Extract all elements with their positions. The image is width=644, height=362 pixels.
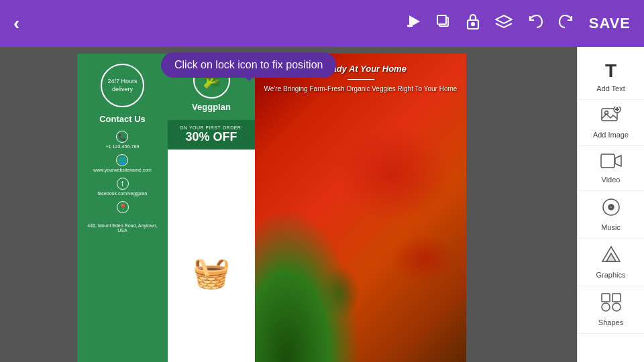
video-icon [600, 153, 622, 173]
svg-rect-20 [612, 294, 621, 302]
phone-icon: 📞 [116, 131, 128, 143]
sidebar-item-add-text[interactable]: T Add Text [578, 54, 644, 100]
svg-rect-1 [407, 25, 413, 27]
promo-percent: 30% OFF [171, 130, 252, 144]
add-text-label: Add Text [596, 84, 625, 93]
canvas-area[interactable]: Click on lock icon to fix position 24/7 … [0, 47, 577, 362]
left-panel: 24/7 Hours delivery Contact Us 📞 +1 123-… [77, 54, 168, 362]
facebook-icon: f [117, 178, 129, 190]
sidebar: T Add Text Add Image [577, 47, 644, 362]
sidebar-item-music[interactable]: Music [578, 191, 644, 239]
promo-box: ON YOUR FIRST ORDER: 30% OFF [168, 120, 255, 149]
add-image-icon [601, 107, 621, 128]
graphics-icon [601, 245, 621, 268]
facebook-row: f facebook.com/veggplan [98, 178, 148, 196]
svg-marker-6 [496, 15, 512, 23]
text-icon: T [605, 60, 616, 82]
music-label: Music [601, 223, 621, 231]
save-button[interactable]: SAVE [589, 15, 631, 32]
back-button[interactable]: ‹ [13, 13, 19, 34]
veggie-basket-icon: 🧺 [193, 255, 230, 290]
svg-point-22 [612, 303, 621, 311]
svg-point-21 [602, 303, 610, 311]
redo-icon[interactable] [558, 14, 574, 33]
flyer[interactable]: 24/7 Hours delivery Contact Us 📞 +1 123-… [77, 54, 466, 362]
tooltip: Click on lock icon to fix position [161, 52, 336, 78]
lock-icon[interactable] [466, 12, 480, 35]
svg-point-5 [472, 23, 474, 25]
header: ‹ [0, 0, 644, 47]
middle-panel: 🥦 Veggplan ON YOUR FIRST ORDER: 30% OFF … [168, 54, 255, 362]
layers-icon[interactable] [495, 14, 513, 33]
play-icon[interactable] [407, 14, 421, 33]
svg-marker-18 [606, 253, 616, 261]
svg-rect-3 [437, 15, 446, 24]
sidebar-item-add-image[interactable]: Add Image [578, 100, 644, 146]
sidebar-item-graphics[interactable]: Graphics [578, 239, 644, 286]
location-row: 📍 [117, 201, 129, 215]
right-panel: Already At Your Home We're Bringing Farm… [255, 54, 466, 362]
header-left: ‹ [13, 13, 19, 34]
video-label: Video [602, 176, 621, 184]
main-area: Click on lock icon to fix position 24/7 … [0, 47, 644, 362]
middle-bottom: 🧺 [189, 149, 233, 362]
contact-us-label: Contact Us [99, 114, 146, 124]
website-row: 🌐 www.yourwebsitename.com [93, 154, 152, 172]
brand-name: Veggplan [192, 102, 231, 112]
shapes-icon [601, 293, 621, 316]
tomato-background: Already At Your Home We're Bringing Farm… [255, 54, 466, 362]
phone-row: 📞 +1 123-456-789 [106, 131, 140, 149]
svg-marker-13 [615, 156, 621, 166]
header-icons: SAVE [407, 12, 631, 35]
shapes-label: Shapes [598, 318, 623, 326]
address-text: 446, Mount Eden Road, Anytown, USA [83, 223, 162, 233]
website-icon: 🌐 [116, 154, 128, 166]
duplicate-icon[interactable] [436, 14, 451, 33]
music-icon [602, 198, 621, 221]
bringing-text: We're Bringing Farm-Fresh Organic Veggie… [262, 84, 460, 94]
svg-point-16 [610, 206, 612, 208]
add-image-label: Add Image [593, 131, 629, 139]
sidebar-item-video[interactable]: Video [578, 146, 644, 191]
svg-rect-12 [601, 154, 614, 168]
undo-icon[interactable] [527, 14, 543, 33]
delivery-badge: 24/7 Hours delivery [101, 64, 144, 107]
svg-rect-19 [602, 294, 610, 302]
graphics-label: Graphics [596, 271, 625, 279]
location-icon: 📍 [117, 201, 129, 213]
sidebar-item-shapes[interactable]: Shapes [578, 286, 644, 334]
divider [347, 79, 374, 80]
promo-on-first-label: ON YOUR FIRST ORDER: [171, 125, 252, 130]
